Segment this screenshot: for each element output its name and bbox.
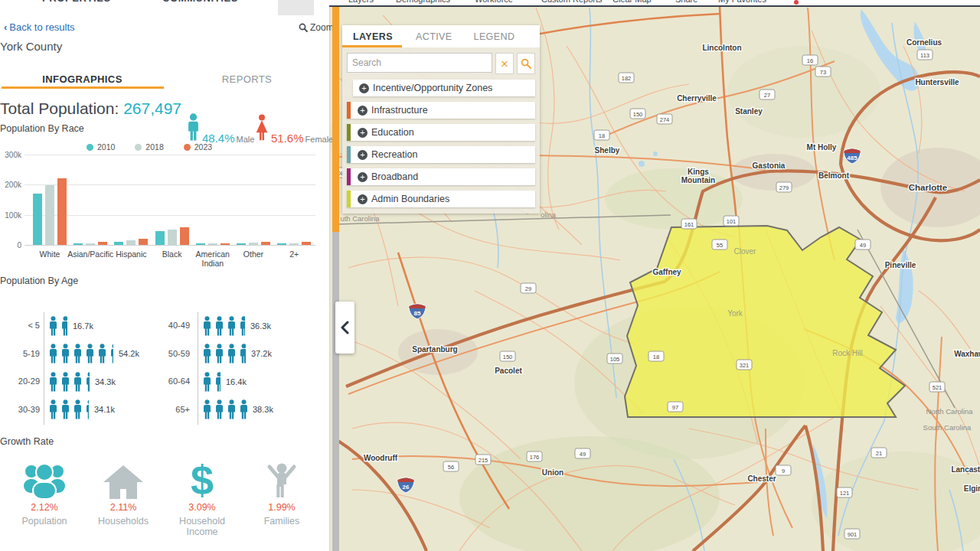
population-by-race-chart: 0100k200k300kWhiteAsian/PacificHispanicB…: [0, 150, 329, 265]
top-nav-chip[interactable]: [278, 0, 314, 15]
screen: PROPERTIESCOMMUNITIES CloverYorkRock Hil…: [0, 0, 980, 551]
layers-panel-tabs: LAYERS ACTIVE LEGEND: [342, 25, 540, 47]
y-axis-tick: 300k: [0, 151, 21, 159]
people-group-icon: [5, 455, 83, 499]
bar-2+-2023: [302, 242, 311, 245]
svg-text:uth Carolina: uth Carolina: [340, 214, 380, 223]
clear-search-button[interactable]: ×: [495, 53, 514, 74]
top-nav-item[interactable]: Layers: [348, 0, 374, 4]
map-scrollbar[interactable]: [332, 232, 339, 551]
svg-text:274: 274: [660, 116, 670, 123]
svg-text:South Carolina: South Carolina: [923, 423, 972, 432]
male-icon: [186, 113, 201, 145]
person-icon: [214, 316, 224, 336]
layers-search-input[interactable]: [347, 53, 492, 73]
bar-2+-2018: [289, 243, 299, 245]
chevron-left-icon: ‹: [4, 21, 7, 33]
svg-text:29: 29: [525, 285, 531, 292]
svg-text:485: 485: [847, 155, 858, 161]
layer-label: Recreation: [371, 149, 417, 160]
layer-item-incentive-opportunity-zones[interactable]: +Incentive/Opportunity Zones: [353, 80, 535, 96]
person-icon: [97, 344, 107, 364]
svg-text:49: 49: [580, 451, 586, 458]
collapse-panel-button[interactable]: [335, 302, 354, 354]
magnifier-icon: [299, 23, 308, 32]
panel-divider-accent: [332, 5, 339, 232]
svg-text:Shelby: Shelby: [595, 146, 620, 155]
layer-color-bar: [347, 146, 351, 163]
growth-families-label: Families: [243, 516, 321, 527]
svg-text:Kings: Kings: [688, 168, 709, 176]
layer-item-admin-boundaries[interactable]: +Admin Boundaries: [347, 191, 535, 207]
tab-legend[interactable]: LEGEND: [474, 31, 515, 42]
dollar-icon: $: [163, 455, 241, 499]
expand-icon[interactable]: +: [358, 128, 368, 138]
gridline: [24, 155, 315, 155]
layer-label: Infrastructure: [371, 105, 428, 116]
person-icon-partial: [60, 316, 67, 336]
layers-tab-underline: [342, 45, 402, 47]
expand-icon[interactable]: +: [358, 106, 368, 116]
growth-households-label: Households: [84, 516, 162, 527]
top-nav-item[interactable]: PROPERTIES: [42, 0, 111, 4]
person-icon-partial: [109, 344, 113, 364]
svg-text:18: 18: [653, 354, 659, 360]
svg-text:Mountain: Mountain: [681, 176, 715, 184]
age-row-value: 16.4k: [226, 377, 247, 386]
expand-icon[interactable]: +: [359, 83, 369, 93]
svg-text:Elgin: Elgin: [964, 484, 980, 493]
age-row-label: 20-29: [0, 368, 40, 395]
svg-text:Chester: Chester: [747, 474, 776, 483]
svg-text:150: 150: [633, 111, 643, 118]
y-axis-tick: 0: [0, 241, 21, 249]
age-row-icons: 34.1k: [48, 396, 115, 423]
person-icon: [202, 316, 212, 336]
person-icon: [48, 399, 58, 419]
layer-item-education[interactable]: +Education: [347, 124, 535, 141]
gridline: [24, 184, 315, 185]
expand-icon[interactable]: +: [358, 150, 368, 160]
top-nav-item[interactable]: Demographics: [396, 0, 450, 4]
tab-reports[interactable]: REPORTS: [165, 69, 329, 90]
race-section-title: Population By Race: [0, 123, 84, 134]
svg-text:Charlotte: Charlotte: [909, 183, 947, 192]
top-nav-item[interactable]: My Favorites: [718, 0, 766, 4]
layer-item-infrastructure[interactable]: +Infrastructure: [347, 102, 535, 119]
back-to-results-link[interactable]: ‹Back to results: [4, 21, 75, 33]
expand-icon[interactable]: +: [358, 194, 368, 204]
layer-item-broadband[interactable]: +Broadband: [347, 168, 535, 185]
top-nav-item[interactable]: Custom Reports: [541, 0, 602, 4]
age-row-label: 40-49: [144, 312, 190, 339]
y-axis-tick: 200k: [0, 181, 21, 189]
bar-Hispanic-2018: [126, 240, 136, 245]
svg-text:321: 321: [740, 362, 750, 369]
svg-text:Rock Hill: Rock Hill: [832, 349, 862, 357]
growth-household-income: $ 3.09% Household Income: [163, 455, 241, 537]
active-tab-underline: [2, 86, 164, 89]
top-nav-item[interactable]: COMMUNITIES: [162, 0, 238, 4]
svg-text:85: 85: [414, 310, 421, 317]
search-button[interactable]: [517, 53, 535, 74]
top-nav-item[interactable]: Workforce: [475, 0, 513, 4]
magnifier-icon: [521, 58, 531, 69]
person-icon: [73, 344, 83, 364]
person-icon: [73, 399, 83, 419]
top-nav-item[interactable]: Share: [675, 0, 697, 4]
tab-active[interactable]: ACTIVE: [416, 31, 452, 42]
tab-layers[interactable]: LAYERS: [353, 31, 393, 42]
y-axis-tick: 100k: [0, 211, 21, 220]
growth-households-pct: 2.11%: [84, 502, 162, 513]
expand-icon[interactable]: +: [358, 172, 368, 182]
bar-Hispanic-2023: [139, 239, 148, 245]
age-row-icons: 38.3k: [202, 396, 273, 423]
age-row-label: 30-39: [0, 396, 40, 423]
growth-families-pct: 1.99%: [243, 502, 321, 513]
person-icon-partial: [239, 316, 245, 336]
layer-color-bar: [347, 168, 351, 185]
top-nav-item[interactable]: Clear Map: [612, 0, 652, 4]
layer-label: Education: [371, 127, 414, 138]
zoom-button[interactable]: Zoom: [299, 22, 334, 33]
layer-item-recreation[interactable]: +Recreation: [347, 146, 535, 163]
svg-text:9: 9: [782, 468, 785, 474]
age-row-value: 38.3k: [253, 405, 273, 414]
